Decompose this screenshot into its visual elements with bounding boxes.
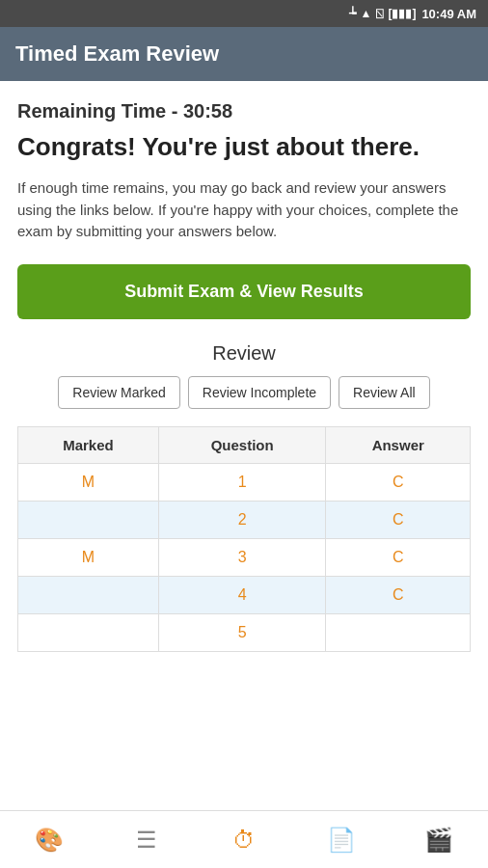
remaining-time: Remaining Time - 30:58 [17, 100, 471, 122]
review-all-button[interactable]: Review All [339, 376, 430, 409]
table-row: M1C [18, 463, 471, 501]
col-header-answer: Answer [326, 426, 471, 463]
status-icons: ┶ ▲ ⍂ [▮▮▮] [349, 7, 417, 20]
cell-marked: M [18, 463, 159, 501]
bluetooth-icon: ┶ [349, 7, 356, 20]
page-title: Timed Exam Review [15, 41, 219, 67]
nav-document[interactable]: 📄 [293, 811, 391, 868]
nav-palette[interactable]: 🎨 [0, 811, 97, 868]
cell-marked: M [18, 538, 159, 576]
nav-video[interactable]: 🎬 [391, 811, 488, 868]
battery-icon: [▮▮▮] [388, 7, 416, 20]
cell-question: 2 [158, 501, 326, 538]
video-icon: 🎬 [424, 827, 453, 854]
palette-icon: 🎨 [35, 827, 64, 854]
cell-answer [326, 613, 471, 651]
document-icon: 📄 [327, 827, 356, 854]
review-section-title: Review [17, 342, 471, 365]
cell-question: 4 [158, 576, 326, 613]
cell-answer: C [326, 463, 471, 501]
cell-answer: C [326, 538, 471, 576]
review-buttons-group: Review Marked Review Incomplete Review A… [17, 376, 471, 409]
cell-answer: C [326, 576, 471, 613]
congrats-text: Congrats! You're just about there. [17, 132, 471, 162]
app-header: Timed Exam Review [0, 27, 488, 81]
table-row: 4C [18, 576, 471, 613]
cell-question: 1 [158, 463, 326, 501]
col-header-question: Question [158, 426, 326, 463]
cell-question: 5 [158, 613, 326, 651]
main-content: Remaining Time - 30:58 Congrats! You're … [0, 81, 488, 810]
status-bar: ┶ ▲ ⍂ [▮▮▮] 10:49 AM [0, 0, 488, 27]
nav-list[interactable]: ☰ [97, 811, 195, 868]
signal-icon: ▲ [361, 7, 372, 20]
status-time: 10:49 AM [421, 7, 476, 21]
wifi-icon: ⍂ [376, 7, 383, 20]
nav-clock[interactable]: ⏱ [195, 811, 292, 868]
instructions-text: If enough time remains, you may go back … [17, 177, 471, 243]
review-incomplete-button[interactable]: Review Incomplete [188, 376, 331, 409]
cell-answer: C [326, 501, 471, 538]
cell-marked [18, 576, 159, 613]
cell-marked [18, 501, 159, 538]
table-row: 2C [18, 501, 471, 538]
col-header-marked: Marked [18, 426, 159, 463]
submit-exam-button[interactable]: Submit Exam & View Results [17, 264, 471, 319]
cell-question: 3 [158, 538, 326, 576]
review-marked-button[interactable]: Review Marked [58, 376, 179, 409]
clock-icon: ⏱ [232, 827, 256, 854]
review-table: Marked Question Answer M1C2CM3C4C5 [17, 426, 471, 652]
list-icon: ☰ [136, 827, 157, 854]
cell-marked [18, 613, 159, 651]
table-row: 5 [18, 613, 471, 651]
table-row: M3C [18, 538, 471, 576]
bottom-nav: 🎨 ☰ ⏱ 📄 🎬 [0, 810, 488, 868]
